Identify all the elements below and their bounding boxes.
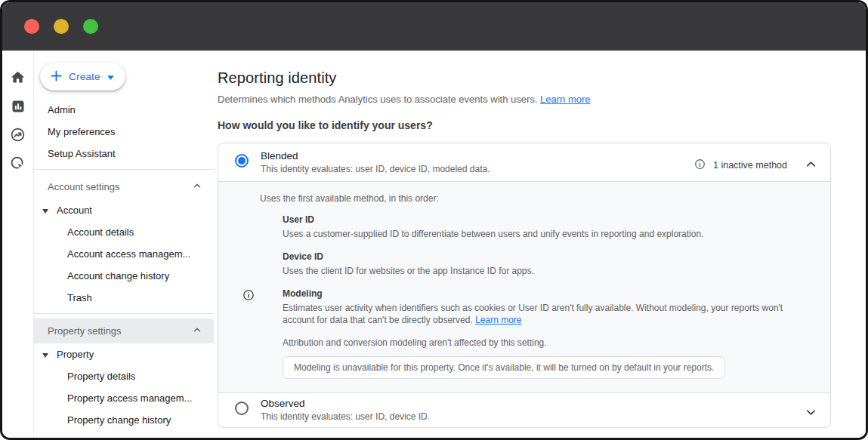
page-title: Reporting identity [218,69,831,87]
info-icon[interactable] [694,158,706,173]
tree-item-account-change-history[interactable]: Account change history [34,265,214,287]
inactive-method-note: 1 inactive method [713,160,787,171]
app-body: Create Admin My preferences Setup Assist… [2,51,866,438]
sidebar-divider [34,313,214,314]
sidebar-item-my-preferences[interactable]: My preferences [34,121,214,143]
sidebar-divider [34,169,214,170]
info-icon[interactable] [242,289,255,304]
nav-rail [2,51,34,438]
app-window: Create Admin My preferences Setup Assist… [0,0,868,440]
reports-nav-button[interactable] [8,97,28,117]
identify-users-question: How would you like to identify your user… [218,119,831,131]
tree-item-account-access-management[interactable]: Account access managem... [34,243,214,265]
chevron-up-icon [192,325,202,337]
page-subtitle: Determines which methods Analytics uses … [218,94,831,105]
main-content: Reporting identity Determines which meth… [214,51,866,438]
section-header-account-settings[interactable]: Account settings [34,174,214,199]
blended-radio[interactable] [235,154,249,168]
method-user-id: User ID Uses a customer-supplied ID to d… [283,214,812,241]
observed-radio[interactable] [235,402,249,415]
advertising-icon [10,155,26,174]
modeling-unavailable-alert: Modeling is unavailable for this propert… [283,356,725,379]
explore-icon [10,127,26,145]
create-button[interactable]: Create [40,63,125,91]
chevron-up-icon [804,157,818,174]
chevron-down-icon [804,405,818,422]
tree-expander-triangle[interactable] [42,349,48,360]
close-window-button[interactable] [24,19,39,34]
tree-item-property[interactable]: Property [34,343,214,365]
create-button-label: Create [69,71,100,82]
home-icon [10,69,26,88]
method-modeling: Modeling Estimates user activity when id… [283,288,812,328]
attribution-note: Attribution and conversion modeling aren… [283,337,812,348]
section-header-property-settings[interactable]: Property settings [34,318,214,343]
tree-item-property-access-management[interactable]: Property access managem... [34,387,214,409]
plus-icon [51,70,62,84]
tree-item-account-details[interactable]: Account details [34,221,214,243]
sidebar-item-admin[interactable]: Admin [34,99,214,121]
tree-item-scheduled-emails[interactable]: Scheduled emails [34,431,214,438]
option-blended[interactable]: Blended This identity evaluates: user ID… [218,143,830,181]
sidebar-item-setup-assistant[interactable]: Setup Assistant [34,143,214,165]
learn-more-link[interactable]: Learn more [540,94,590,105]
blended-label: Blended [261,150,694,162]
chevron-down-icon [107,71,114,82]
tree-item-property-change-history[interactable]: Property change history [34,409,214,431]
zoom-window-button[interactable] [83,19,98,34]
modeling-learn-more-link[interactable]: Learn more [475,315,521,325]
expand-observed-button[interactable] [804,405,818,422]
blended-expanded-panel: Uses the first available method, in this… [218,181,830,393]
explore-nav-button[interactable] [8,126,28,146]
method-device-id: Device ID Uses the client ID for website… [283,251,812,278]
tree-item-property-details[interactable]: Property details [34,365,214,387]
home-nav-button[interactable] [8,69,28,88]
tree-item-trash[interactable]: Trash [34,287,214,309]
blended-description: This identity evaluates: user ID, device… [261,164,694,174]
method-order-intro: Uses the first available method, in this… [260,193,812,204]
advertising-nav-button[interactable] [8,155,28,174]
tree-item-account[interactable]: Account [34,199,214,221]
collapse-blended-button[interactable] [804,157,818,174]
sidebar-list: Admin My preferences Setup Assistant Acc… [34,99,214,438]
identity-options-card: Blended This identity evaluates: user ID… [218,143,831,428]
admin-sidebar: Create Admin My preferences Setup Assist… [34,51,214,438]
reports-icon [11,99,26,116]
chevron-up-icon [192,180,202,193]
minimize-window-button[interactable] [54,19,69,34]
window-titlebar [2,2,866,51]
option-observed[interactable]: Observed This identity evaluates: user I… [218,393,830,427]
observed-description: This identity evaluates: user ID, device… [261,411,804,422]
observed-label: Observed [261,398,804,409]
tree-expander-triangle[interactable] [42,205,48,216]
